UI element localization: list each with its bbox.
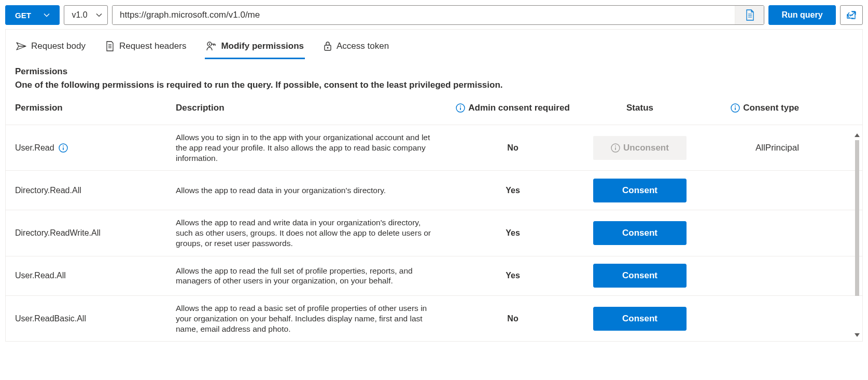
permission-name: User.ReadBasic.All [15, 314, 176, 323]
permission-name: User.Read [15, 143, 176, 153]
tab-access-token[interactable]: Access token [323, 41, 390, 59]
unconsent-label: Unconsent [623, 143, 669, 153]
lock-icon [324, 41, 332, 51]
share-button[interactable] [840, 5, 863, 25]
consent-label: Consent [622, 228, 657, 238]
table-header: Permission Description Admin consent req… [6, 97, 862, 125]
info-icon [731, 103, 740, 113]
consent-label: Consent [622, 270, 657, 281]
http-method-label: GET [15, 11, 31, 20]
consent-label: Consent [622, 314, 657, 324]
col-permission[interactable]: Permission [15, 103, 176, 113]
table-row: Directory.Read.AllAllows the app to read… [6, 171, 862, 210]
tab-modify-permissions[interactable]: Modify permissions [205, 41, 305, 59]
table-row: User.Read.AllAllows the app to read the … [6, 256, 862, 296]
permission-description: Allows the app to read a basic set of pr… [176, 303, 445, 334]
status-cell: Consent [580, 307, 699, 331]
share-icon [846, 10, 857, 20]
permission-description: Allows you to sign in to the app with yo… [176, 132, 445, 163]
svg-point-14 [735, 105, 736, 106]
col-admin-consent[interactable]: Admin consent required [445, 103, 580, 113]
col-consent-type-label: Consent type [743, 103, 799, 113]
permission-description: Allows the app to read data in your orga… [176, 185, 445, 196]
consent-label: Consent [622, 185, 657, 196]
scroll-up-icon [855, 133, 860, 137]
info-icon[interactable] [59, 143, 68, 153]
svg-point-7 [209, 44, 211, 45]
autocomplete-icon-button[interactable] [735, 6, 764, 24]
status-cell: Consent [580, 264, 699, 288]
svg-point-20 [615, 145, 616, 146]
table-row: User.ReadBasic.AllAllows the app to read… [6, 296, 862, 341]
document-header-icon [105, 41, 115, 51]
request-tabs: Request body Request headers Modify perm… [6, 30, 862, 59]
run-query-button[interactable]: Run query [768, 5, 836, 25]
request-panel: Request body Request headers Modify perm… [5, 29, 863, 342]
admin-consent-value: Yes [445, 228, 580, 238]
run-query-label: Run query [781, 10, 822, 20]
consent-button[interactable]: Consent [593, 221, 687, 245]
admin-consent-value: Yes [445, 186, 580, 195]
scroll-down-icon [855, 333, 860, 337]
status-cell: Consent [580, 221, 699, 245]
col-consent-type[interactable]: Consent type [699, 103, 803, 113]
url-input[interactable] [113, 6, 735, 24]
col-status[interactable]: Status [580, 103, 699, 113]
status-cell: Unconsent [580, 136, 699, 160]
table-body: User.ReadAllows you to sign in to the ap… [6, 125, 862, 341]
table-row: User.ReadAllows you to sign in to the ap… [6, 125, 862, 171]
permission-name: User.Read.All [15, 271, 176, 280]
consent-button[interactable]: Consent [593, 264, 687, 288]
tab-label: Request headers [119, 41, 186, 51]
http-method-select[interactable]: GET [5, 5, 60, 25]
query-toolbar: GET v1.0 Run query [0, 0, 868, 29]
consent-button[interactable]: Consent [593, 307, 687, 331]
chevron-down-icon [44, 13, 50, 17]
scroll-thumb[interactable] [855, 140, 859, 296]
svg-point-11 [460, 105, 461, 106]
unconsent-button[interactable]: Unconsent [593, 136, 687, 160]
tab-label: Access token [337, 41, 389, 51]
api-version-label: v1.0 [72, 10, 87, 20]
status-cell: Consent [580, 179, 699, 202]
permissions-table: Permission Description Admin consent req… [6, 97, 862, 341]
consent-type-value: AllPrincipal [699, 143, 803, 153]
chevron-down-icon [96, 13, 102, 17]
permission-description: Allows the app to read and write data in… [176, 218, 445, 248]
col-description[interactable]: Description [176, 103, 445, 113]
key-person-icon [206, 41, 216, 51]
col-admin-consent-label: Admin consent required [468, 103, 570, 113]
admin-consent-value: No [445, 143, 580, 153]
table-row: Directory.ReadWrite.AllAllows the app to… [6, 210, 862, 256]
url-field-wrap [112, 5, 764, 25]
section-description: One of the following permissions is requ… [15, 80, 853, 90]
api-version-select[interactable]: v1.0 [64, 5, 108, 25]
send-icon [16, 42, 26, 50]
permission-name: Directory.Read.All [15, 186, 176, 195]
permission-name: Directory.ReadWrite.All [15, 228, 176, 238]
svg-point-9 [327, 47, 329, 49]
tab-label: Modify permissions [221, 41, 304, 51]
admin-consent-value: Yes [445, 271, 580, 280]
tab-request-headers[interactable]: Request headers [104, 41, 187, 59]
info-icon [456, 103, 465, 113]
tab-label: Request body [31, 41, 86, 51]
permissions-section: Permissions One of the following permiss… [6, 59, 862, 97]
svg-point-17 [63, 145, 64, 146]
tab-request-body[interactable]: Request body [15, 41, 87, 59]
info-icon [611, 143, 620, 153]
admin-consent-value: No [445, 314, 580, 323]
scrollbar[interactable] [853, 133, 861, 337]
consent-button[interactable]: Consent [593, 179, 687, 202]
document-icon [745, 9, 754, 21]
section-title: Permissions [15, 66, 853, 77]
permission-description: Allows the app to read the full set of p… [176, 266, 445, 287]
